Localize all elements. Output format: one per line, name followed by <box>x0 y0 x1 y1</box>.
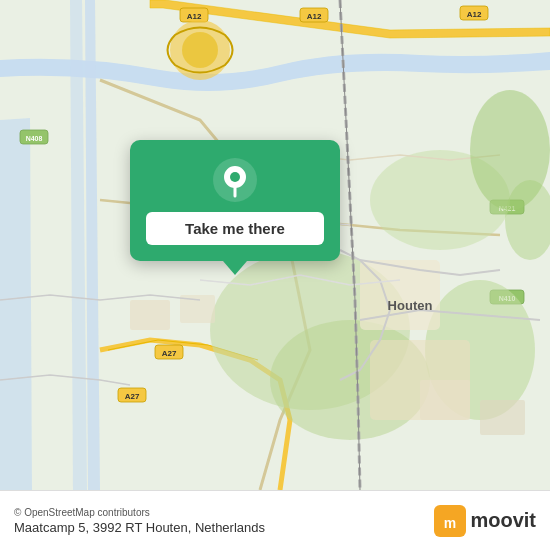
bottom-left: © OpenStreetMap contributors Maatcamp 5,… <box>14 507 265 535</box>
moovit-brand-icon: m <box>434 505 466 537</box>
svg-text:A12: A12 <box>467 10 482 19</box>
svg-text:A12: A12 <box>307 12 322 21</box>
svg-text:A27: A27 <box>162 349 177 358</box>
moovit-logo: m moovit <box>434 505 536 537</box>
map-container: A12 A12 A12 N408 A27 A27 N421 N410 <box>0 0 550 490</box>
location-popup: Take me there <box>130 140 340 261</box>
svg-text:N408: N408 <box>26 135 43 142</box>
bottom-bar: © OpenStreetMap contributors Maatcamp 5,… <box>0 490 550 550</box>
svg-rect-30 <box>480 400 525 435</box>
svg-text:m: m <box>444 515 456 531</box>
svg-text:A27: A27 <box>125 392 140 401</box>
location-pin-icon <box>213 158 257 202</box>
moovit-text: moovit <box>470 509 536 532</box>
svg-rect-27 <box>130 300 170 330</box>
svg-text:Houten: Houten <box>388 298 433 313</box>
attribution-text: © OpenStreetMap contributors <box>14 507 265 518</box>
svg-point-35 <box>230 172 240 182</box>
address-text: Maatcamp 5, 3992 RT Houten, Netherlands <box>14 520 265 535</box>
svg-text:A12: A12 <box>187 12 202 21</box>
take-me-there-button[interactable]: Take me there <box>146 212 324 245</box>
svg-rect-29 <box>420 380 470 420</box>
svg-point-26 <box>182 32 218 68</box>
